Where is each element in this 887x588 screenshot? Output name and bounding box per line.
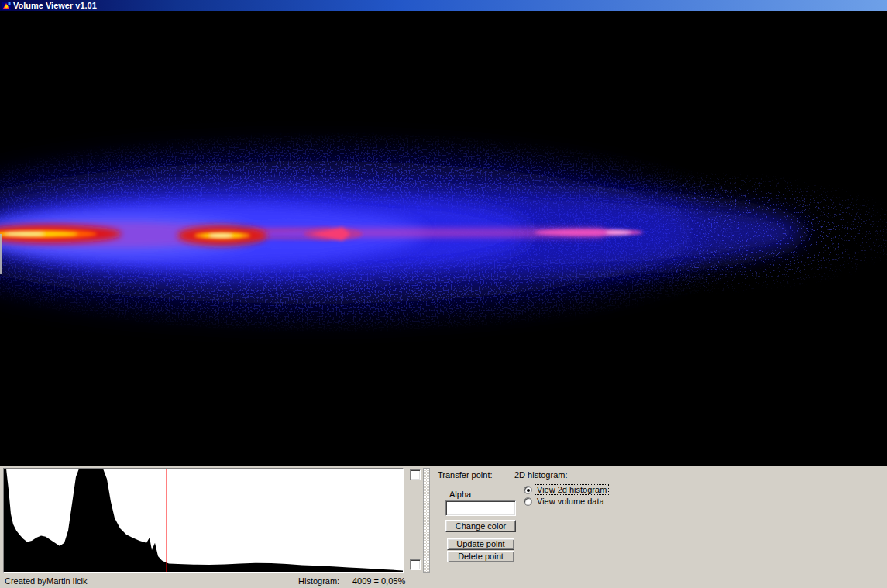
alpha-label: Alpha bbox=[449, 490, 471, 499]
change-color-button[interactable]: Change color bbox=[445, 520, 516, 532]
radio-view-2d-histogram-label: View 2d histogram bbox=[535, 485, 608, 494]
created-by-label: Created by bbox=[5, 576, 46, 586]
radio-button-icon bbox=[524, 497, 532, 506]
volume-2d-histogram-canvas[interactable] bbox=[0, 11, 887, 466]
slider-thumb-top[interactable] bbox=[410, 469, 421, 480]
author-name: Martin Ilcik bbox=[46, 576, 88, 586]
histogram-status-value: 4009 = 0,05% bbox=[352, 576, 405, 586]
alpha-histogram-plot bbox=[4, 469, 403, 572]
status-bar: Created by Martin Ilcik Histogram: 4009 … bbox=[0, 573, 887, 588]
2d-histogram-label: 2D histogram: bbox=[514, 470, 567, 480]
window-title: Volume Viewer v1.01 bbox=[13, 1, 97, 11]
radio-view-volume-data[interactable]: View volume data bbox=[524, 497, 606, 506]
histogram-status-label: Histogram: bbox=[298, 576, 339, 586]
radio-view-volume-data-label: View volume data bbox=[535, 497, 606, 506]
titlebar[interactable]: Volume Viewer v1.01 bbox=[0, 0, 887, 11]
slider-thumb-bottom[interactable] bbox=[410, 559, 421, 570]
slider-track[interactable] bbox=[423, 468, 430, 573]
alpha-input[interactable] bbox=[445, 500, 516, 516]
alpha-histogram-panel[interactable] bbox=[3, 468, 404, 573]
delete-point-button[interactable]: Delete point bbox=[447, 551, 514, 562]
volume-viewer-window: Volume Viewer v1.01 bbox=[0, 0, 887, 588]
radio-button-icon bbox=[524, 486, 532, 494]
update-point-button[interactable]: Update point bbox=[447, 538, 514, 550]
transfer-point-label: Transfer point: bbox=[438, 470, 493, 480]
app-icon bbox=[2, 2, 11, 10]
volume-render bbox=[0, 11, 887, 466]
radio-view-2d-histogram[interactable]: View 2d histogram bbox=[524, 485, 608, 494]
